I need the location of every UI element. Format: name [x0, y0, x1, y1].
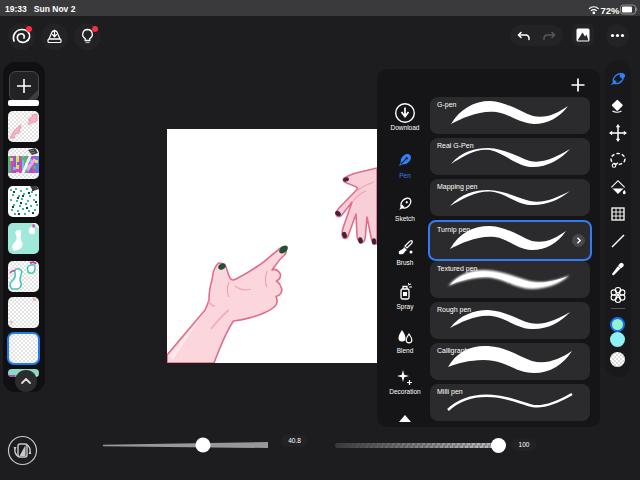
svg-text:72%: 72%: [601, 5, 621, 16]
